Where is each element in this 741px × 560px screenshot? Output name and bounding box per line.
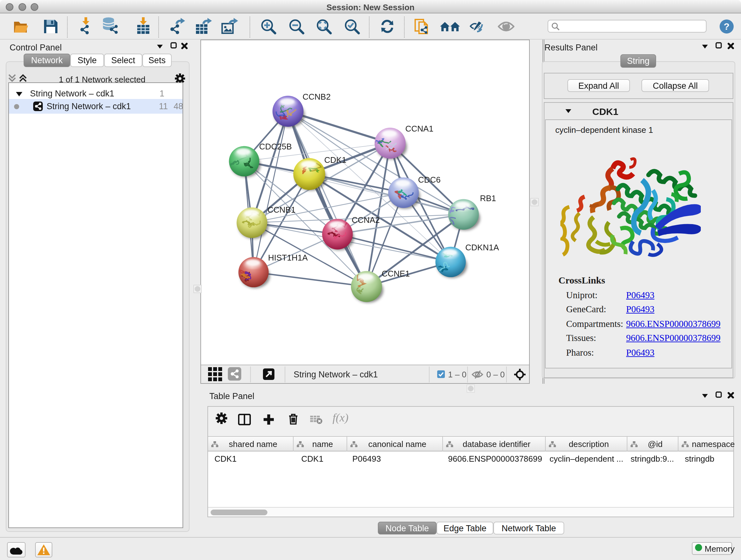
svg-text:RB1: RB1	[480, 193, 496, 203]
svg-text:CCNB1: CCNB1	[267, 205, 295, 214]
svg-text:HIST1H1A: HIST1H1A	[268, 253, 308, 262]
svg-text:?: ?	[724, 21, 730, 32]
svg-text:CCNB2: CCNB2	[302, 92, 331, 102]
svg-text:CCNE1: CCNE1	[382, 269, 410, 278]
svg-text:CDKN1A: CDKN1A	[465, 243, 499, 252]
svg-text:CDC25B: CDC25B	[259, 142, 292, 151]
svg-text:CCNA1: CCNA1	[405, 124, 433, 133]
svg-text:CDK1: CDK1	[324, 155, 346, 165]
svg-text:CCNA2: CCNA2	[352, 215, 380, 225]
svg-text:CDC6: CDC6	[418, 175, 441, 185]
